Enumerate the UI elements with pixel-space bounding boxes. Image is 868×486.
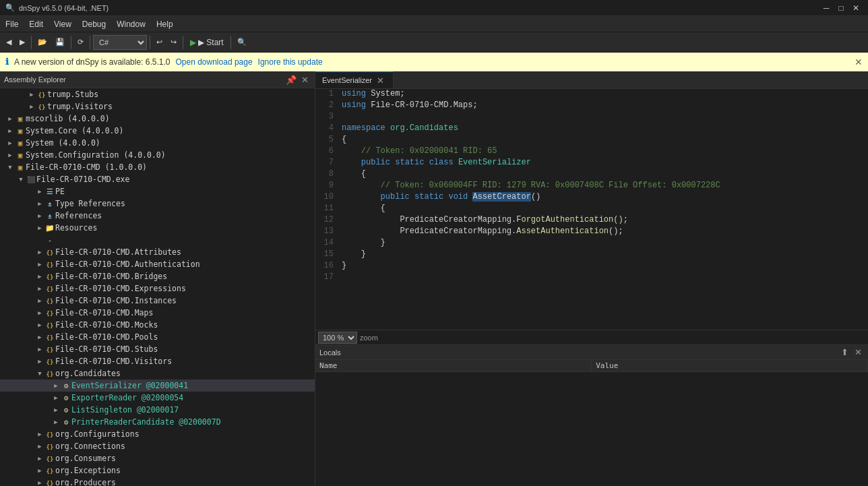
- tree-arrow[interactable]: ▶: [35, 358, 44, 365]
- menu-edit[interactable]: Edit: [24, 16, 49, 32]
- download-link[interactable]: Open download page: [175, 57, 252, 67]
- tree-item-list-singleton[interactable]: ▶⚙ ListSingleton @02000017: [0, 404, 315, 416]
- tree-arrow[interactable]: ▶: [35, 297, 44, 304]
- tree-arrow[interactable]: ▶: [51, 419, 61, 425]
- tree-item-event-serializer[interactable]: ▶⚙ EventSerializer @02000041: [0, 379, 315, 392]
- line-content[interactable]: {: [339, 135, 868, 146]
- tree-arrow[interactable]: ▶: [35, 212, 44, 219]
- tree-item-org-connections[interactable]: ▶{} org.Connections: [0, 440, 315, 452]
- tree-item-attributes[interactable]: ▶{} File-CR-0710-CMD.Attributes: [0, 246, 315, 258]
- tree-item-trump-visitors[interactable]: ▶{} trump.Visitors: [0, 100, 315, 113]
- tree-arrow[interactable]: ▶: [35, 273, 44, 280]
- redo-button[interactable]: ↪: [167, 34, 180, 51]
- tree-arrow[interactable]: ▶: [5, 152, 15, 158]
- menu-file[interactable]: File: [0, 16, 24, 32]
- line-content[interactable]: PredicateCreatorMapping.AssetAuthenticat…: [339, 226, 868, 238]
- line-content[interactable]: public static class EventSerializer: [339, 158, 868, 169]
- tree-arrow[interactable]: ▶: [5, 115, 15, 122]
- tree-arrow[interactable]: ▶: [35, 322, 44, 328]
- back-button[interactable]: ◀: [3, 34, 15, 51]
- tab-event-serializer[interactable]: EventSerializer ✕: [315, 71, 394, 88]
- bottom-panel-expand-button[interactable]: ⬆: [838, 346, 850, 359]
- forward-button[interactable]: ▶: [16, 34, 28, 51]
- tree-arrow[interactable]: ▶: [27, 103, 36, 110]
- start-button[interactable]: ▶ ▶ Start: [186, 34, 228, 51]
- undo-button[interactable]: ↩: [153, 34, 166, 51]
- tree-arrow[interactable]: ▶: [35, 334, 44, 340]
- tree-item-mscorlib[interactable]: ▶▣ mscorlib (4.0.0.0): [0, 113, 315, 125]
- tree-item-systemcore[interactable]: ▶▣ System.Core (4.0.0.0): [0, 125, 315, 137]
- line-content[interactable]: }: [339, 238, 868, 249]
- tree-item-dash[interactable]: -: [0, 234, 315, 246]
- line-content[interactable]: [339, 272, 868, 284]
- line-content[interactable]: using System;: [339, 89, 868, 100]
- tree-arrow[interactable]: ▶: [51, 394, 61, 401]
- tree-item-org-producers[interactable]: ▶{} org.Producers: [0, 477, 315, 486]
- banner-close-button[interactable]: ✕: [855, 57, 863, 67]
- ignore-link[interactable]: Ignore this update: [258, 57, 323, 67]
- menu-view[interactable]: View: [49, 16, 77, 32]
- tree-arrow[interactable]: ▶: [35, 249, 44, 255]
- tree-container[interactable]: ▶{} trump.Stubs▶{} trump.Visitors▶▣ msco…: [0, 88, 315, 486]
- line-content[interactable]: using File-CR-0710-CMD.Maps;: [339, 100, 868, 112]
- tree-item-org-consumers[interactable]: ▶{} org.Consumers: [0, 452, 315, 464]
- zoom-selector[interactable]: 50 % 75 % 100 % 125 % 150 % 200 %: [318, 332, 357, 344]
- tree-arrow[interactable]: ▼: [35, 370, 44, 377]
- tree-item-resources[interactable]: ▶📁 Resources: [0, 222, 315, 234]
- tree-item-refs[interactable]: ▶± References: [0, 210, 315, 222]
- maximize-button[interactable]: □: [834, 1, 848, 15]
- tree-item-expressions[interactable]: ▶{} File-CR-0710-CMD.Expressions: [0, 282, 315, 295]
- tree-item-exporter-reader[interactable]: ▶⚙ ExporterReader @02000054: [0, 392, 315, 404]
- line-content[interactable]: }: [339, 261, 868, 272]
- tree-arrow[interactable]: ▶: [5, 127, 15, 134]
- minimize-button[interactable]: ─: [819, 1, 833, 15]
- tree-item-visitors[interactable]: ▶{} File-CR-0710-CMD.Visitors: [0, 355, 315, 367]
- tree-arrow[interactable]: ▶: [5, 140, 15, 146]
- refresh-button[interactable]: ⟳: [74, 34, 87, 51]
- tree-arrow[interactable]: ▶: [35, 285, 44, 292]
- tree-arrow[interactable]: ▶: [35, 309, 44, 316]
- panel-pin-button[interactable]: 📌: [285, 73, 297, 86]
- tree-item-file-cr-0710-cmd-exe[interactable]: ▼⬛ File-CR-0710-CMD.exe: [0, 173, 315, 185]
- tree-arrow[interactable]: ▶: [35, 431, 44, 437]
- line-content[interactable]: }: [339, 249, 868, 261]
- search-button[interactable]: 🔍: [234, 34, 250, 51]
- tree-item-org-candidates[interactable]: ▼{} org.Candidates: [0, 367, 315, 379]
- line-content[interactable]: [339, 112, 868, 123]
- save-button[interactable]: 💾: [52, 34, 68, 51]
- tree-arrow[interactable]: ▶: [51, 406, 61, 413]
- tab-close-button[interactable]: ✕: [375, 75, 386, 86]
- panel-close-button[interactable]: ✕: [299, 73, 311, 86]
- tree-arrow[interactable]: ▶: [35, 443, 44, 450]
- tree-item-pools[interactable]: ▶{} File-CR-0710-CMD.Pools: [0, 331, 315, 343]
- tree-item-system[interactable]: ▶▣ System (4.0.0.0): [0, 137, 315, 149]
- line-content[interactable]: {: [339, 169, 868, 181]
- line-content[interactable]: PredicateCreatorMapping.ForgotAuthentica…: [339, 215, 868, 226]
- tree-arrow[interactable]: ▶: [35, 479, 44, 486]
- tree-arrow[interactable]: ▶: [35, 261, 44, 268]
- tree-item-org-exceptions[interactable]: ▶{} org.Exceptions: [0, 464, 315, 477]
- menu-window[interactable]: Window: [111, 16, 151, 32]
- tree-arrow[interactable]: ▶: [35, 224, 44, 231]
- menu-debug[interactable]: Debug: [77, 16, 111, 32]
- tree-item-mocks[interactable]: ▶{} File-CR-0710-CMD.Mocks: [0, 319, 315, 331]
- bottom-panel-close-button[interactable]: ✕: [852, 346, 864, 359]
- tree-item-stubs[interactable]: ▶{} File-CR-0710-CMD.Stubs: [0, 343, 315, 355]
- tree-arrow[interactable]: ▶: [35, 467, 44, 474]
- tree-arrow[interactable]: ▶: [35, 188, 44, 195]
- line-content[interactable]: // Token: 0x02000041 RID: 65: [339, 146, 868, 158]
- line-content[interactable]: namespace org.Candidates: [339, 123, 868, 135]
- line-content[interactable]: {: [339, 204, 868, 215]
- tree-arrow[interactable]: ▼: [5, 164, 15, 171]
- tree-item-org-configurations[interactable]: ▶{} org.Configurations: [0, 428, 315, 440]
- close-button[interactable]: ✕: [849, 1, 863, 15]
- tree-arrow[interactable]: ▼: [16, 176, 26, 183]
- code-scroll-area[interactable]: 1using System;2using File-CR-0710-CMD.Ma…: [315, 89, 868, 330]
- tree-item-instances[interactable]: ▶{} File-CR-0710-CMD.Instances: [0, 295, 315, 307]
- tree-arrow[interactable]: ▶: [35, 455, 44, 462]
- tree-item-sysconfig[interactable]: ▶▣ System.Configuration (4.0.0.0): [0, 149, 315, 161]
- language-selector[interactable]: C# VB IL: [93, 35, 147, 50]
- tree-item-printer-reader[interactable]: ▶⚙ PrinterReaderCandidate @0200007D: [0, 416, 315, 428]
- line-content[interactable]: public static void AssetCreator(): [339, 192, 868, 204]
- tree-item-file-cr-0710-cmd[interactable]: ▼▣ File-CR-0710-CMD (1.0.0.0): [0, 161, 315, 173]
